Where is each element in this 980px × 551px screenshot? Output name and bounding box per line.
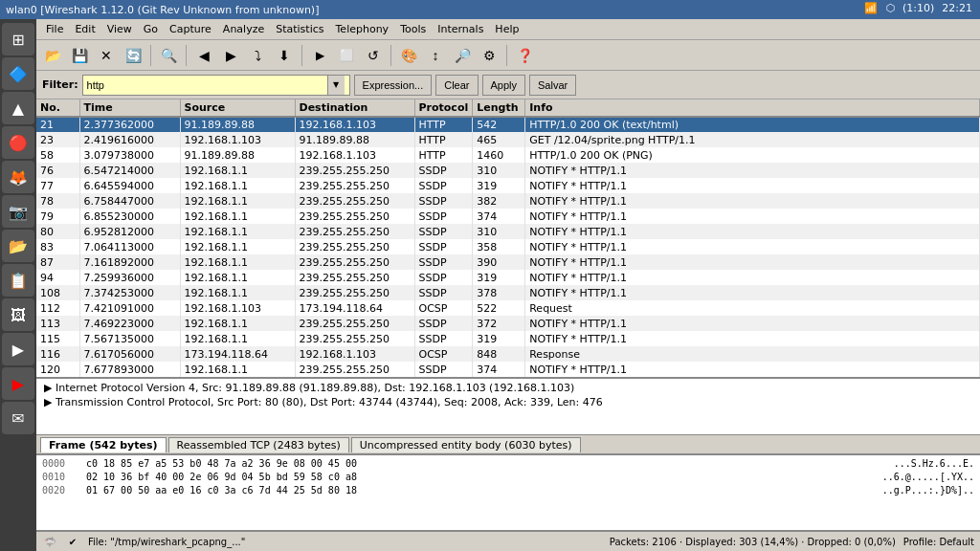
sidebar-icon-10[interactable]: ▶ [2,333,34,365]
toolbar-autoscroll-btn[interactable]: ↕ [423,43,448,68]
sidebar-icon-7[interactable]: 📂 [2,230,34,262]
table-cell: 2.377362000 [79,117,180,132]
table-row[interactable]: 766.547214000192.168.1.1239.255.255.250S… [36,163,980,178]
sidebar-icon-2[interactable]: 🔷 [2,57,34,90]
toolbar-reload-btn[interactable]: 🔄 [121,43,145,68]
toolbar-start-capture-btn[interactable]: ▶ [307,43,332,68]
apply-button[interactable]: Apply [482,75,526,96]
sidebar-icon-8[interactable]: 📋 [2,264,34,297]
expression-button[interactable]: Expression... [354,75,433,96]
menu-analyze[interactable]: Analyze [217,21,270,37]
table-row[interactable]: 806.952812000192.168.1.1239.255.255.250S… [36,224,980,239]
table-row[interactable]: 1137.469223000192.168.1.1239.255.255.250… [36,316,980,331]
sidebar-icon-4[interactable]: 🔴 [2,126,34,159]
table-cell: 192.168.1.1 [180,285,295,300]
table-row[interactable]: 212.37736200091.189.89.88192.168.1.103HT… [36,117,980,132]
table-row[interactable]: 776.645594000192.168.1.1239.255.255.250S… [36,178,980,193]
table-cell: 239.255.255.250 [295,254,414,270]
table-cell: HTTP [414,147,473,163]
table-cell: HTTP/1.0 200 OK (text/html) [525,117,980,132]
toolbar-back-btn[interactable]: ◀ [191,43,216,68]
detail-rows-container: ▶ Internet Protocol Version 4, Src: 91.1… [40,381,976,409]
table-cell: 192.168.1.1 [180,316,295,331]
table-cell: 115 [36,331,79,346]
toolbar-forward-btn[interactable]: ▶ [218,43,243,68]
sidebar-icon-5[interactable]: 🦊 [2,161,34,193]
toolbar-close-btn[interactable]: ✕ [94,43,119,68]
sidebar-icon-3[interactable]: ▲ [2,92,34,124]
toolbar-open-btn[interactable]: 📂 [40,43,65,68]
reassembly-tab[interactable]: Reassembled TCP (2483 bytes) [168,437,349,452]
table-cell: 192.168.1.1 [180,239,295,254]
sidebar-icon-6[interactable]: 📷 [2,195,34,228]
table-row[interactable]: 1167.617056000173.194.118.64192.168.1.10… [36,346,980,362]
toolbar-help-btn[interactable]: ❓ [512,43,537,68]
menu-statistics[interactable]: Statistics [270,21,329,37]
table-cell: 80 [36,224,79,239]
table-row[interactable]: 1157.567135000192.168.1.1239.255.255.250… [36,331,980,346]
toolbar-restart-btn[interactable]: ↺ [361,43,386,68]
battery-text: (1:10) [902,2,934,14]
sidebar-icon-1[interactable]: ⊞ [2,23,34,55]
toolbar-find-btn[interactable]: 🔍 [156,43,181,68]
table-cell: 58 [36,147,79,163]
table-row[interactable]: 1127.421091000192.168.1.103173.194.118.6… [36,300,980,316]
table-row[interactable]: 947.259936000192.168.1.1239.255.255.250S… [36,270,980,285]
filter-input[interactable] [83,76,327,95]
table-cell: SSDP [414,362,473,377]
table-cell: 112 [36,300,79,316]
menu-capture[interactable]: Capture [164,21,217,37]
table-cell: 192.168.1.1 [180,254,295,270]
table-cell: 848 [473,346,525,362]
toolbar-zoom-in-btn[interactable]: 🔎 [450,43,475,68]
menu-telephony[interactable]: Telephony [330,21,395,37]
table-cell: 374 [473,362,525,377]
table-row[interactable]: 796.855230000192.168.1.1239.255.255.250S… [36,209,980,224]
toolbar-goto-btn[interactable]: ⤵ [245,43,270,68]
menu-edit[interactable]: Edit [69,21,100,37]
filter-label: Filter: [42,78,78,91]
menu-internals[interactable]: Internals [432,21,489,37]
table-row[interactable]: 232.419616000192.168.1.10391.189.89.88HT… [36,132,980,147]
sidebar-icon-youtube[interactable]: ▶ [2,367,34,400]
toolbar-stop-capture-btn[interactable]: ⬜ [334,43,359,68]
table-cell: SSDP [414,331,473,346]
table-cell: 192.168.1.1 [180,362,295,377]
table-row[interactable]: 1087.374253000192.168.1.1239.255.255.250… [36,285,980,300]
menu-help[interactable]: Help [489,21,524,37]
sidebar-icon-9[interactable]: 🖼 [2,298,34,331]
reassembly-tab[interactable]: Uncompressed entity body (6030 bytes) [351,437,581,452]
toolbar-down-btn[interactable]: ⬇ [272,43,297,68]
menu-file[interactable]: File [40,21,69,37]
table-row[interactable]: 583.07973800091.189.89.88192.168.1.103HT… [36,147,980,163]
save-button[interactable]: Salvar [529,75,576,96]
table-cell: 120 [36,362,79,377]
table-row[interactable]: 837.064113000192.168.1.1239.255.255.250S… [36,239,980,254]
hex-offset: 0010 [42,471,78,484]
menu-tools[interactable]: Tools [394,21,432,37]
filter-dropdown-btn[interactable]: ▼ [327,76,345,95]
table-cell: 7.677893000 [79,362,180,377]
table-cell: 77 [36,178,79,193]
table-row[interactable]: 1207.677893000192.168.1.1239.255.255.250… [36,362,980,377]
toolbar-save-btn[interactable]: 💾 [67,43,92,68]
table-row[interactable]: 786.758447000192.168.1.1239.255.255.250S… [36,193,980,209]
detail-row[interactable]: ▶ Internet Protocol Version 4, Src: 91.1… [40,381,976,395]
toolbar-settings-btn[interactable]: ⚙ [477,43,501,68]
packet-list[interactable]: No. Time Source Destination Protocol Len… [36,99,980,377]
table-cell: SSDP [414,209,473,224]
reassembly-tab[interactable]: Frame (542 bytes) [40,437,167,452]
clock-text: 22:21 [942,2,972,14]
menu-view[interactable]: View [101,21,138,37]
table-cell: 382 [473,193,525,209]
table-row[interactable]: 877.161892000192.168.1.1239.255.255.250S… [36,254,980,270]
toolbar-colorize-btn[interactable]: 🎨 [396,43,421,68]
clear-button[interactable]: Clear [435,75,478,96]
detail-row[interactable]: ▶ Transmission Control Protocol, Src Por… [40,395,976,409]
table-cell: NOTIFY * HTTP/1.1 [525,209,980,224]
sidebar-icon-11[interactable]: ✉ [2,402,34,434]
filterbar: Filter: ▼ Expression... Clear Apply Salv… [36,71,980,99]
menu-go[interactable]: Go [138,21,164,37]
toolbar-sep-5 [506,45,507,66]
table-cell: 192.168.1.103 [295,117,414,132]
